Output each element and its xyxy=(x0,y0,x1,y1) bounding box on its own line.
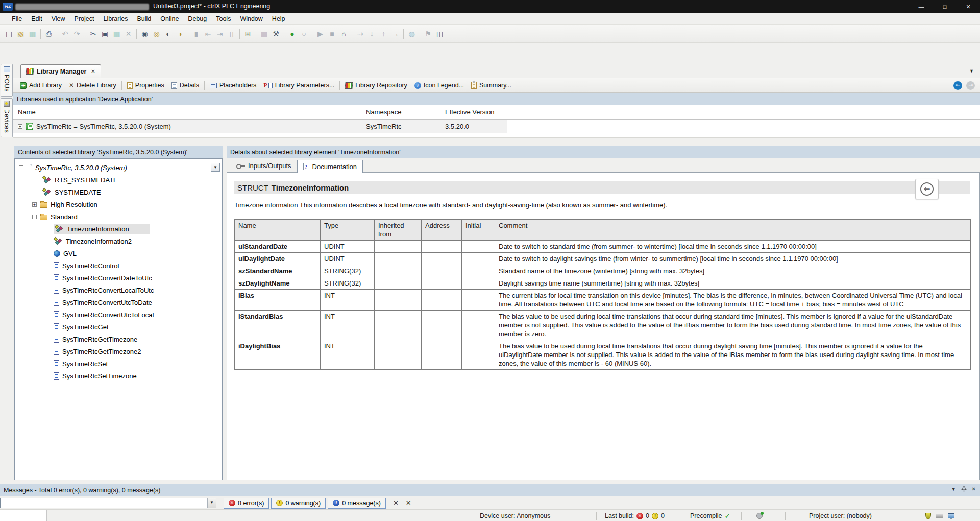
tab-close-icon[interactable]: ✕ xyxy=(91,68,95,74)
member-row[interactable]: ulStandardDate UDINT Date to switch to s… xyxy=(235,241,971,253)
login-icon[interactable]: ● xyxy=(287,28,298,39)
tree-item-systimertcget[interactable]: SysTimeRtcGet xyxy=(15,321,222,333)
member-row[interactable]: iBias INT The current bias for local tim… xyxy=(235,290,971,311)
filter-warnings-button[interactable]: ! 0 warning(s) xyxy=(271,498,326,509)
navigate-forward-icon[interactable]: → xyxy=(966,81,975,90)
step-out-icon[interactable]: ↑ xyxy=(378,28,389,39)
filter-messages-button[interactable]: i 0 message(s) xyxy=(328,498,386,509)
menu-online[interactable]: Online xyxy=(156,14,183,23)
expand-icon[interactable]: + xyxy=(18,124,22,129)
tree-view-dropdown-icon[interactable]: ▼ xyxy=(211,163,220,172)
column-header-namespace[interactable]: Namespace xyxy=(361,105,440,119)
step-over-icon[interactable]: ⇢ xyxy=(355,28,365,39)
tree-item-rts-systimedate[interactable]: RTS_SYSTIMEDATE xyxy=(15,174,222,186)
library-repository-button[interactable]: Library Repository xyxy=(341,80,410,90)
placeholders-button[interactable]: Placeholders xyxy=(206,80,260,90)
properties-button[interactable]: Properties xyxy=(124,80,168,90)
flow-control-icon[interactable]: ⚑ xyxy=(423,28,433,39)
device-icon[interactable] xyxy=(936,514,943,518)
logout-icon[interactable]: ○ xyxy=(299,28,309,39)
tree-item-systimedate[interactable]: SYSTIMEDATE xyxy=(15,186,222,198)
add-library-button[interactable]: + Add Library xyxy=(16,80,65,90)
tab-library-manager[interactable]: Library Manager ✕ xyxy=(20,64,101,78)
build-icon[interactable]: ⚒ xyxy=(271,28,281,39)
replace-next-icon[interactable]: ◑ xyxy=(175,28,185,39)
column-header-effective-version[interactable]: Effective Version xyxy=(440,105,507,119)
tree-item-standard[interactable]: − Standard xyxy=(15,210,222,223)
tree-item-systimertcconvertutctodate[interactable]: SysTimeRtcConvertUtcToDate xyxy=(15,296,222,309)
find-next-icon[interactable]: ◎ xyxy=(151,28,162,39)
undo-icon[interactable]: ↶ xyxy=(60,28,70,39)
tree-item-systimertcset[interactable]: SysTimeRtcSet xyxy=(15,358,222,370)
redo-icon[interactable]: ↷ xyxy=(71,28,82,39)
cut-icon[interactable]: ✂ xyxy=(88,28,99,39)
tree-item-timezoneinformation[interactable]: TimezoneInformation xyxy=(15,223,222,235)
clear-bookmarks-icon[interactable]: ▯ xyxy=(226,28,237,39)
library-parameters-button[interactable]: P Library Parameters... xyxy=(260,80,338,90)
clear-messages-icon[interactable]: ✕ xyxy=(393,499,399,507)
tree-item-systimertcgettimezone2[interactable]: SysTimeRtcGetTimezone2 xyxy=(15,345,222,358)
tree-item-systimertcconvertutctolocal[interactable]: SysTimeRtcConvertUtcToLocal xyxy=(15,309,222,321)
replace-icon[interactable]: ◐ xyxy=(163,28,174,39)
paste-icon[interactable]: ▥ xyxy=(111,28,122,39)
messages-dropdown-icon[interactable]: ▼ xyxy=(951,487,956,492)
details-button[interactable]: Details xyxy=(168,80,203,90)
find-icon[interactable]: ◉ xyxy=(139,28,150,39)
menu-build[interactable]: Build xyxy=(132,14,156,23)
next-bookmark-icon[interactable]: ⇥ xyxy=(214,28,225,39)
delete-library-button[interactable]: ✕ Delete Library xyxy=(65,80,120,90)
documentation-back-button[interactable]: ← xyxy=(915,179,939,199)
filter-errors-button[interactable]: ✕ 0 error(s) xyxy=(224,498,269,509)
tree-item-systimertcconvertdatetoutc[interactable]: SysTimeRtcConvertDateToUtc xyxy=(15,272,222,284)
message-category-combobox[interactable]: ▼ xyxy=(0,498,216,508)
navigate-back-icon[interactable]: ← xyxy=(953,81,962,90)
tab-inputs-outputs[interactable]: Inputs/Outputs xyxy=(231,159,297,172)
tree-item-systimertcconvertlocaltoutc[interactable]: SysTimeRtcConvertLocalToUtc xyxy=(15,284,222,296)
run-to-cursor-icon[interactable]: → xyxy=(390,28,401,39)
member-row[interactable]: szDaylightName STRING(32) Daylight savin… xyxy=(235,277,971,290)
toggle-breakpoint-icon[interactable]: ◍ xyxy=(406,28,417,39)
menu-view[interactable]: View xyxy=(47,14,70,23)
panel-splitter[interactable] xyxy=(223,146,227,480)
paste-special-icon[interactable]: ⊞ xyxy=(242,28,253,39)
tree-item-systimertcsettimezone[interactable]: SysTimeRtcSetTimezone xyxy=(15,370,222,382)
declarations-icon[interactable]: ▦ xyxy=(259,28,270,39)
menu-project[interactable]: Project xyxy=(70,14,99,23)
combobox-dropdown-icon[interactable]: ▼ xyxy=(207,498,216,508)
menu-edit[interactable]: Edit xyxy=(27,14,47,23)
member-row[interactable]: iDaylightBias INT The bias value to be u… xyxy=(235,340,971,370)
member-row[interactable]: iStandardBias INT The bias value to be u… xyxy=(235,311,971,340)
shield-icon[interactable] xyxy=(925,513,931,519)
step-into-icon[interactable]: ↓ xyxy=(366,28,377,39)
menu-window[interactable]: Window xyxy=(235,14,267,23)
rail-tab-devices[interactable]: Devices xyxy=(1,98,13,137)
collapse-icon[interactable]: − xyxy=(32,215,37,219)
menu-libraries[interactable]: Libraries xyxy=(99,14,132,23)
member-row[interactable]: szStandardName STRING(32) Standard name … xyxy=(235,265,971,277)
summary-button[interactable]: Summary... xyxy=(468,80,515,90)
tree-item-systimertccontrol[interactable]: SysTimeRtcControl xyxy=(15,259,222,272)
monitor-icon[interactable] xyxy=(948,513,954,518)
tree-item-high-resolution[interactable]: + High Resolution xyxy=(15,198,222,210)
tab-documentation[interactable]: ? Documentation xyxy=(297,160,363,173)
tree-item-gvl[interactable]: GVL xyxy=(15,247,222,259)
open-project-icon[interactable]: ▧ xyxy=(15,28,26,39)
library-row[interactable]: + SysTimeRtc = SysTimeRtc, 3.5.20.0 (Sys… xyxy=(13,120,980,133)
menu-help[interactable]: Help xyxy=(267,14,290,23)
menu-debug[interactable]: Debug xyxy=(183,14,211,23)
member-row[interactable]: ulDaylightDate UDINT Date to switch to d… xyxy=(235,253,971,265)
pin-icon[interactable] xyxy=(961,486,967,492)
toggle-bookmark-icon[interactable]: ▮ xyxy=(191,28,202,39)
icon-legend-button[interactable]: i Icon Legend... xyxy=(411,80,468,90)
stop-icon[interactable]: ■ xyxy=(327,28,337,39)
window-list-dropdown-icon[interactable]: ▼ xyxy=(969,68,974,74)
toolbox-icon[interactable]: ⌂ xyxy=(338,28,349,39)
close-button[interactable]: ✕ xyxy=(957,0,980,13)
expand-icon[interactable]: + xyxy=(32,202,37,207)
delete-icon[interactable]: ✕ xyxy=(123,28,134,39)
print-icon[interactable]: ⎙ xyxy=(43,28,54,39)
tree-item-timezoneinformation2[interactable]: TimezoneInformation2 xyxy=(15,235,222,247)
rail-tab-pous[interactable]: POUs xyxy=(1,64,13,97)
previous-bookmark-icon[interactable]: ⇤ xyxy=(203,28,213,39)
minimize-button[interactable]: — xyxy=(910,0,933,13)
